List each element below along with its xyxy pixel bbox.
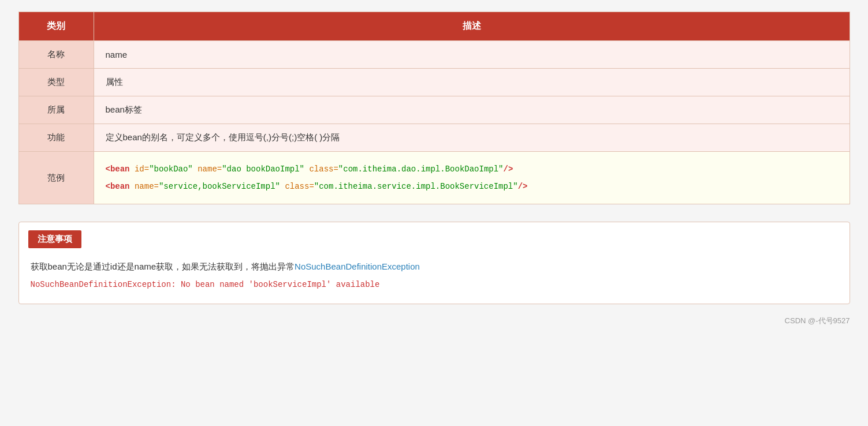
code-tag-open: <bean <box>106 165 130 174</box>
code-line-1: <bean id="bookDao" name="dao bookDaoImpl… <box>106 161 838 177</box>
table-row: 功能 定义bean的别名，可定义多个，使用逗号(,)分号(;)空格( )分隔 <box>18 124 850 152</box>
footer-text: CSDN @-代号9527 <box>785 316 850 325</box>
code-value-class2: "com.itheima.service.impl.BookServiceImp… <box>314 182 518 191</box>
code-close-2: /> <box>518 182 528 191</box>
code-attr-class: class= <box>309 165 338 174</box>
code-value-name2: "service,bookServiceImpl" <box>159 182 280 191</box>
header-description: 描述 <box>94 12 850 41</box>
table-row: 类型 属性 <box>18 69 850 96</box>
code-value-class: "com.itheima.dao.impl.BookDaoImpl" <box>338 165 504 174</box>
row-category: 所属 <box>18 96 94 124</box>
notice-text-line: 获取bean无论是通过id还是name获取，如果无法获取到，将抛出异常NoSuc… <box>31 259 838 274</box>
main-container: 类别 描述 名称 name 类型 属性 所属 bean标签 功能 定 <box>18 12 850 326</box>
row-category: 名称 <box>18 41 94 69</box>
code-attr-class2: class= <box>285 182 314 191</box>
table-row: 所属 bean标签 <box>18 96 850 124</box>
row-code: <bean id="bookDao" name="dao bookDaoImpl… <box>94 152 850 204</box>
notice-main-text: 获取bean无论是通过id还是name获取，如果无法获取到，将抛出异常 <box>31 261 295 271</box>
notice-content: 获取bean无论是通过id还是name获取，如果无法获取到，将抛出异常NoSuc… <box>19 254 850 304</box>
footer: CSDN @-代号9527 <box>18 316 850 326</box>
code-value-name: "dao bookDaoImpl" <box>222 165 304 174</box>
code-value-id: "bookDao" <box>149 165 193 174</box>
row-category: 类型 <box>18 69 94 96</box>
code-close-1: /> <box>504 165 513 174</box>
code-attr-name2: name= <box>135 182 159 191</box>
notice-header: 注意事项 <box>28 230 81 248</box>
table-row: 名称 name <box>18 41 850 69</box>
notice-code-red: NoSuchBeanDefinitionException: No bean n… <box>31 280 380 289</box>
row-description: name <box>94 41 850 69</box>
row-description: 属性 <box>94 69 850 96</box>
notice-box: 注意事项 获取bean无论是通过id还是name获取，如果无法获取到，将抛出异常… <box>18 222 850 304</box>
code-tag-open-2: <bean <box>106 182 130 191</box>
header-category: 类别 <box>18 12 94 41</box>
row-category: 功能 <box>18 124 94 152</box>
code-line-2: <bean name="service,bookServiceImpl" cla… <box>106 178 838 195</box>
code-attr-name: name= <box>198 165 222 174</box>
table-header-row: 类别 描述 <box>18 12 850 41</box>
row-description: 定义bean的别名，可定义多个，使用逗号(,)分号(;)空格( )分隔 <box>94 124 850 152</box>
notice-exception: NoSuchBeanDefinitionException <box>295 261 420 271</box>
row-category: 范例 <box>18 152 94 204</box>
row-description: bean标签 <box>94 96 850 124</box>
table-row-example: 范例 <bean id="bookDao" name="dao bookDaoI… <box>18 152 850 204</box>
info-table: 类别 描述 名称 name 类型 属性 所属 bean标签 功能 定 <box>18 12 850 204</box>
notice-code-line: NoSuchBeanDefinitionException: No bean n… <box>31 278 838 292</box>
code-attr-id: id= <box>135 165 149 174</box>
